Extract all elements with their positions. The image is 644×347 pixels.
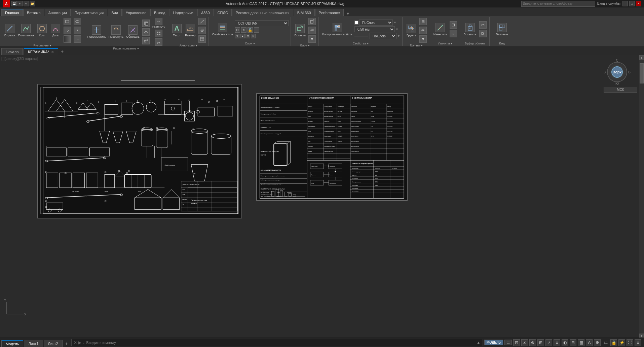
doc-tab-home[interactable]: Начало bbox=[1, 48, 23, 55]
tab-recommended[interactable]: Рекомендованные приложения bbox=[232, 9, 293, 16]
status-sel-btn[interactable]: ▦ bbox=[578, 339, 584, 346]
edit-rotate-btn[interactable]: Повернуть bbox=[108, 25, 124, 39]
ungroup-btn[interactable]: ⊞ bbox=[419, 18, 427, 26]
layer-tool3[interactable]: ⊞ bbox=[245, 34, 250, 38]
draw-more-btn[interactable]: ⋯ bbox=[73, 35, 82, 43]
create-block-btn[interactable] bbox=[308, 18, 316, 26]
doc-tab-add-btn[interactable]: + bbox=[59, 48, 66, 55]
scrollbar-up-btn[interactable]: ▲ bbox=[639, 55, 644, 60]
groups-group-label[interactable]: Группы bbox=[410, 44, 423, 47]
open-btn[interactable]: 📂 bbox=[30, 1, 35, 6]
layer-tool4[interactable]: ✕ bbox=[251, 34, 256, 38]
tab-manage[interactable]: Управление bbox=[122, 9, 150, 16]
status-grid-btn[interactable]: ::: bbox=[504, 340, 512, 345]
insert-block-btn[interactable]: Вставка bbox=[294, 23, 306, 38]
model-tab-model[interactable]: Модель bbox=[1, 340, 23, 347]
status-otrack-btn[interactable]: ⊞ bbox=[537, 339, 544, 346]
tab-insert[interactable]: Вставка bbox=[23, 9, 44, 16]
status-annot-btn[interactable]: A bbox=[586, 339, 593, 346]
draw-arc-btn[interactable]: Дуга bbox=[49, 23, 62, 38]
match-properties-btn[interactable]: Копирование свойств bbox=[321, 22, 353, 37]
layer-properties-btn[interactable]: Свойства слоя bbox=[212, 22, 234, 37]
layer-select[interactable]: ОСНОВНАЯ bbox=[235, 20, 289, 26]
search-input[interactable] bbox=[521, 1, 595, 7]
draw-point-btn[interactable] bbox=[73, 26, 82, 34]
command-expand-btn[interactable]: ▲ bbox=[477, 340, 481, 345]
tab-a360[interactable]: А360 bbox=[197, 9, 214, 16]
annotate-center-btn[interactable] bbox=[198, 26, 206, 34]
group-btn[interactable]: Группа bbox=[405, 23, 417, 38]
annotate-text-btn[interactable]: A Текст bbox=[171, 23, 183, 38]
tab-output[interactable]: Вывод bbox=[150, 9, 169, 16]
status-fullscreen-btn[interactable]: ⛶ bbox=[627, 339, 633, 346]
draw-rect-btn[interactable] bbox=[63, 18, 72, 26]
paste-btn[interactable]: Вставить bbox=[463, 22, 477, 37]
status-dynin-btn[interactable]: ↗ bbox=[545, 339, 552, 346]
model-tab-sheet1[interactable]: Лист1 bbox=[24, 340, 43, 347]
layers-group-label[interactable]: Слои bbox=[245, 42, 255, 45]
block-more-btn[interactable]: ▼ bbox=[308, 35, 316, 43]
login-label[interactable]: Вход в службы bbox=[597, 2, 620, 5]
tab-spds[interactable]: СПДС bbox=[214, 9, 232, 16]
status-transparency-btn[interactable]: ◐ bbox=[562, 339, 568, 346]
draw-line-btn[interactable]: Отрезок bbox=[3, 23, 16, 38]
status-workspace-btn[interactable]: ⚙ bbox=[594, 339, 601, 346]
layer-color-btn[interactable] bbox=[254, 27, 259, 33]
tab-parametrize[interactable]: Параметризация bbox=[71, 9, 107, 16]
layer-tool1[interactable]: ▼ bbox=[235, 34, 239, 38]
copy-btn[interactable]: ⧉ bbox=[479, 30, 487, 38]
layer-tool2[interactable]: ▲ bbox=[240, 34, 245, 38]
color-select[interactable]: ПоСлою bbox=[359, 20, 393, 26]
edit-stretch-btn[interactable]: ↔Растянуть bbox=[152, 18, 166, 29]
draw-circle-btn[interactable]: Круг bbox=[36, 23, 48, 38]
annotate-dim-btn[interactable]: dim Размер bbox=[184, 23, 196, 38]
command-clear-icon[interactable]: ✕ bbox=[74, 340, 77, 345]
status-model-btn[interactable]: МОДЕЛЬ bbox=[484, 340, 503, 345]
define-attr-btn[interactable]: Att bbox=[308, 26, 316, 34]
model-tab-add-btn[interactable]: + bbox=[63, 340, 70, 347]
tab-annotations[interactable]: Аннотации bbox=[45, 9, 71, 16]
viewport-msk-btn[interactable]: МСК bbox=[604, 87, 637, 93]
tab-view[interactable]: Вид bbox=[108, 9, 122, 16]
cut-btn[interactable]: ✂ bbox=[479, 21, 487, 29]
group-more-btn[interactable]: ▼ bbox=[419, 35, 427, 43]
tab-performance[interactable]: Performance bbox=[315, 9, 344, 16]
edit-array-btn[interactable] bbox=[152, 29, 166, 37]
lw-dropdown-btn[interactable]: ▼ bbox=[397, 34, 400, 38]
group-edit-btn[interactable]: ✏ bbox=[419, 26, 427, 34]
doc-tab-keramika-close[interactable]: ✕ bbox=[51, 50, 54, 54]
close-btn[interactable]: ✕ bbox=[636, 1, 641, 6]
layer-freeze-btn[interactable]: ☀ bbox=[241, 27, 247, 33]
viewport-top-btn[interactable]: Верх bbox=[611, 66, 623, 78]
canvas-area[interactable]: [-][сверху][2D-каркас] ДАТА ГРУППА bbox=[0, 55, 644, 338]
linetype-dropdown-btn[interactable]: ▼ bbox=[395, 28, 399, 31]
status-lock-btn[interactable]: 🔒 bbox=[610, 339, 617, 346]
annotate-group-label[interactable]: Аннотации bbox=[180, 44, 198, 47]
tab-home[interactable]: Главная bbox=[1, 9, 23, 16]
measure-btn[interactable]: Измерить bbox=[433, 22, 448, 37]
utilities-group-label[interactable]: Утилиты bbox=[438, 42, 453, 45]
undo-btn[interactable]: ↩ bbox=[17, 1, 23, 6]
edit-mirror-btn[interactable] bbox=[142, 28, 150, 36]
annotate-table-btn[interactable] bbox=[198, 35, 206, 43]
lineweight-select[interactable]: ПоСлою bbox=[370, 33, 396, 39]
draw-ellipse-btn[interactable] bbox=[73, 18, 82, 26]
block-group-label[interactable]: Блок bbox=[300, 44, 310, 47]
redo-btn[interactable]: ↪ bbox=[24, 1, 29, 6]
draw-gradient-btn[interactable] bbox=[63, 35, 72, 43]
tab-settings[interactable]: Надстройки bbox=[169, 9, 197, 16]
layer-visible-btn[interactable] bbox=[235, 27, 240, 33]
maximize-btn[interactable]: □ bbox=[629, 1, 635, 6]
quick-select-btn[interactable]: ⊡ bbox=[449, 21, 458, 29]
edit-group-label[interactable]: Редактирование bbox=[113, 47, 139, 50]
ribbon-expand-btn[interactable]: ▾ bbox=[345, 11, 350, 16]
status-qprop-btn[interactable]: ⊟ bbox=[570, 339, 576, 346]
status-osnap-btn[interactable]: ⊕ bbox=[529, 339, 536, 346]
command-input[interactable] bbox=[86, 341, 477, 345]
layer-lock-btn[interactable]: 🔒 bbox=[248, 27, 253, 33]
viewport-compass[interactable]: Верх bbox=[607, 62, 627, 82]
props-group-label[interactable]: Свойства bbox=[353, 42, 369, 45]
status-polar-btn[interactable]: ∠ bbox=[521, 339, 528, 346]
view-base-btn[interactable]: Базовые bbox=[495, 22, 509, 37]
tab-bim360[interactable]: BIM 360 bbox=[294, 9, 315, 16]
